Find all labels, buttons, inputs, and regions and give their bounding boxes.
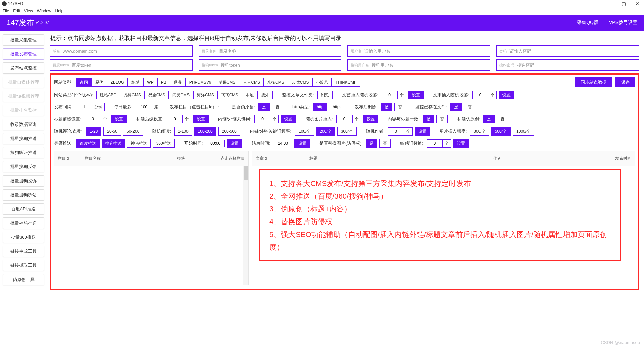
inputs2-input-1[interactable] <box>221 63 338 68</box>
replace-yes[interactable]: 是 <box>366 139 377 148</box>
art-title-header[interactable]: 标题 <box>306 156 400 161</box>
col-name-header[interactable]: 栏目名称 <box>81 156 135 161</box>
kw-freq-200[interactable]: 200/个 <box>316 127 335 136</box>
browse-button[interactable]: 浏览 <box>317 91 333 99</box>
menu-view[interactable]: View <box>24 9 33 13</box>
head-set-button[interactable]: 设置 <box>408 91 424 99</box>
cms-next-option-本地[interactable]: 本地 <box>242 91 257 99</box>
sidebar-item-8[interactable]: 搜狗验证推送 <box>3 147 44 158</box>
link-vps-settings[interactable]: VPS拨号设置 <box>609 20 637 26</box>
cms-option-米拓CMS[interactable]: 米拓CMS <box>264 78 288 87</box>
title-pseudo-yes[interactable]: 是 <box>483 115 495 123</box>
cms-next-option-闪灵CMS[interactable]: 闪灵CMS <box>169 91 193 99</box>
sensitive-set[interactable]: 设置 <box>453 139 469 148</box>
start-time-input[interactable] <box>206 140 225 147</box>
same-yes[interactable]: 是 <box>423 115 434 123</box>
prefix-set[interactable]: 设置 <box>111 115 127 123</box>
sidebar-item-10[interactable]: 批量搜狗投诉 <box>3 175 44 187</box>
cms-option-人人CMS[interactable]: 人人CMS <box>239 78 264 87</box>
sidebar-item-11[interactable]: 批量搜狗绑站 <box>3 189 44 201</box>
prefix-input[interactable] <box>85 115 101 123</box>
img-freq-500[interactable]: 500/个 <box>491 127 511 136</box>
inputs1-input-2[interactable] <box>364 49 487 54</box>
end-set[interactable]: 设置 <box>294 139 310 148</box>
cms-option-易优[interactable]: 易优 <box>92 78 107 87</box>
sidebar-item-16[interactable]: 链接抓取工具 <box>3 260 44 271</box>
menu-window[interactable]: Window <box>37 9 51 13</box>
menu-edit[interactable]: Edit <box>13 9 20 13</box>
cms-option-PHPCMSV9[interactable]: PHPCMSV9 <box>185 78 215 87</box>
inputs1-input-0[interactable] <box>63 49 190 54</box>
push-360[interactable]: 360推送 <box>153 139 175 148</box>
tail-insert-input[interactable] <box>472 91 488 99</box>
col-select-header[interactable]: 点击选择栏目 <box>189 156 248 161</box>
cms-option-PB[interactable]: PB <box>157 78 170 87</box>
menu-file[interactable]: File <box>3 9 9 13</box>
sidebar-item-2[interactable]: 发布站点监控 <box>3 62 44 74</box>
read-1-100[interactable]: 1-100 <box>174 127 192 136</box>
sensitive-input[interactable] <box>427 139 443 148</box>
cms-option-ZBLOG[interactable]: ZBLOG <box>107 78 128 87</box>
end-time-input[interactable] <box>274 140 292 147</box>
exist-no[interactable]: 否 <box>464 103 475 111</box>
col-module-header[interactable]: 模块 <box>135 156 189 161</box>
window-close[interactable]: ✕ <box>635 1 639 6</box>
author-set[interactable]: 设置 <box>415 127 430 136</box>
art-id-header[interactable]: 文章id <box>252 156 306 161</box>
push-baidu[interactable]: 百度推送 <box>76 139 100 148</box>
push-sogou[interactable]: 搜狗推送 <box>102 139 125 148</box>
cms-option-织梦[interactable]: 织梦 <box>128 78 143 87</box>
art-time-header[interactable]: 发布时间 <box>594 156 635 161</box>
link-kw-input[interactable] <box>254 115 270 123</box>
cms-next-option-搜外[interactable]: 搜外 <box>257 91 273 99</box>
title-pseudo-no[interactable]: 否 <box>497 115 508 123</box>
author-input[interactable] <box>388 127 404 136</box>
link-kw-set[interactable]: 设置 <box>281 115 296 123</box>
sidebar-item-9[interactable]: 批量搜狗反馈 <box>3 161 44 172</box>
cms-option-迅睿[interactable]: 迅睿 <box>170 78 185 87</box>
cms-option-帝国[interactable]: 帝国 <box>76 78 92 87</box>
cms-next-option-凡科CMS[interactable]: 凡科CMS <box>120 91 145 99</box>
menu-help[interactable]: Help <box>55 9 64 13</box>
inputs2-input-0[interactable] <box>72 63 190 68</box>
cms-next-option-海洋CMS[interactable]: 海洋CMS <box>193 91 218 99</box>
https-option[interactable]: https <box>329 103 345 111</box>
read-100-200[interactable]: 100-200 <box>194 127 216 136</box>
sidebar-item-14[interactable]: 批量360推送 <box>3 232 44 243</box>
rand-img-input[interactable] <box>336 115 353 123</box>
push-shenma[interactable]: 神马推送 <box>127 139 151 148</box>
img-freq-1000[interactable]: 1000/个 <box>513 127 534 136</box>
sidebar-item-7[interactable]: 批量搜狗推送 <box>3 133 44 144</box>
delete-yes[interactable]: 是 <box>381 103 392 111</box>
art-author-header[interactable]: 作者 <box>400 156 594 161</box>
window-minimize[interactable]: — <box>607 1 612 6</box>
window-maximize[interactable]: ▢ <box>622 1 626 6</box>
link-qq-group[interactable]: 采集QQ群 <box>577 20 598 26</box>
cms-option-小旋风[interactable]: 小旋风 <box>312 78 332 87</box>
comment-50-200[interactable]: 50-200 <box>123 127 143 136</box>
interval-input[interactable] <box>76 103 92 111</box>
save-button[interactable]: 保存 <box>615 77 635 87</box>
cms-next-option-易企CMS[interactable]: 易企CMS <box>145 91 169 99</box>
col-id-header[interactable]: 栏目id <box>54 156 81 161</box>
start-set[interactable]: 设置 <box>227 139 242 148</box>
sidebar-item-15[interactable]: 链接生成工具 <box>3 246 44 257</box>
comment-1-20[interactable]: 1-20 <box>86 127 101 136</box>
rand-img-set[interactable]: 设置 <box>363 115 378 123</box>
cms-option-云优CMS[interactable]: 云优CMS <box>288 78 313 87</box>
delete-no[interactable]: 否 <box>394 103 406 111</box>
inputs1-input-1[interactable] <box>219 49 338 54</box>
same-no[interactable]: 否 <box>436 115 448 123</box>
inputs2-input-3[interactable] <box>517 63 636 68</box>
replace-no[interactable]: 否 <box>379 139 391 148</box>
http-option[interactable]: http <box>313 103 327 111</box>
suffix-input[interactable] <box>167 115 183 123</box>
inputs1-input-3[interactable] <box>509 49 636 54</box>
cms-next-option-建站ABC[interactable]: 建站ABC <box>96 91 120 99</box>
cms-option-WP[interactable]: WP <box>143 78 157 87</box>
kw-freq-300[interactable]: 300/个 <box>337 127 357 136</box>
sync-site-button[interactable]: 同步站点数据 <box>575 77 612 87</box>
cms-next-option-飞飞CMS[interactable]: 飞飞CMS <box>218 91 242 99</box>
sidebar-item-1[interactable]: 批量发布管理 <box>3 48 44 60</box>
head-insert-input[interactable] <box>382 91 398 99</box>
